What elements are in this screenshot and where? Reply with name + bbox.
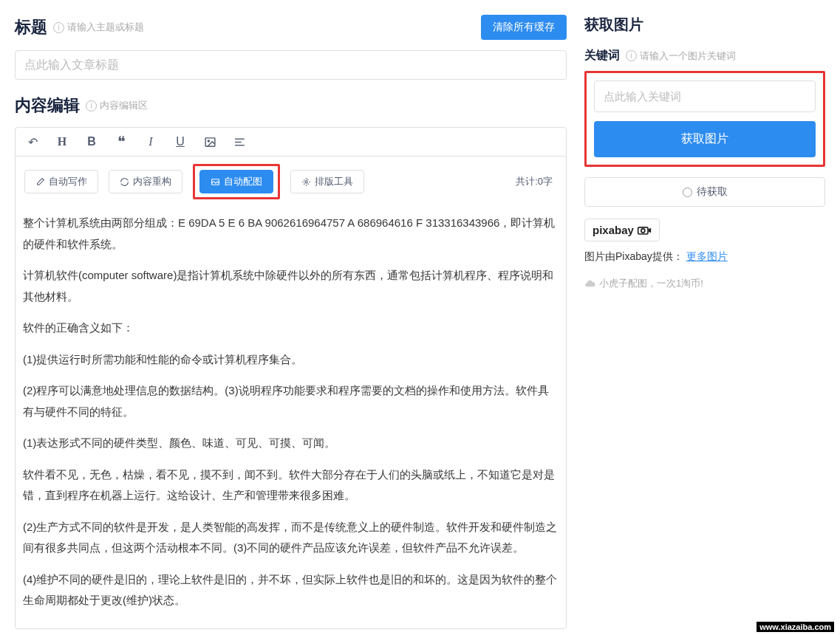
auto-image-label: 自动配图 bbox=[224, 175, 262, 188]
auto-write-label: 自动写作 bbox=[49, 175, 87, 188]
editor-label: 内容编辑 bbox=[15, 95, 80, 117]
title-hint: i 请输入主题或标题 bbox=[53, 21, 144, 34]
align-left-icon[interactable] bbox=[231, 134, 247, 150]
watermark-url: www.xiazaiba.com bbox=[757, 622, 834, 632]
layout-tool-button[interactable]: 排版工具 bbox=[290, 170, 364, 193]
heading-icon[interactable]: H bbox=[54, 134, 70, 150]
image-icon[interactable] bbox=[202, 134, 218, 150]
content-paragraph: (2)生产方式不同的软件是开发，是人类智能的高发挥，而不是传统意义上的硬件制造。… bbox=[23, 517, 559, 559]
layout-tool-label: 排版工具 bbox=[315, 175, 353, 188]
info-icon: i bbox=[86, 100, 97, 111]
format-toolbar: ↶ H B ❝ I U bbox=[16, 128, 566, 157]
camera-icon bbox=[637, 225, 652, 236]
auto-image-button[interactable]: 自动配图 bbox=[199, 170, 273, 193]
pending-button[interactable]: 待获取 bbox=[584, 177, 825, 207]
content-paragraph: (4)维护不同的硬件是旧的，理论上软件是旧的，并不坏，但实际上软件也是旧的和坏的… bbox=[23, 569, 559, 611]
credit-line: 小虎子配图，一次1淘币! bbox=[584, 277, 825, 290]
editor-hint-text: 内容编辑区 bbox=[100, 99, 148, 112]
cloud-icon bbox=[584, 278, 595, 289]
pixabay-text: pixabay bbox=[593, 224, 634, 236]
highlight-auto-image: 自动配图 bbox=[193, 164, 280, 199]
keyword-label: 关键词 bbox=[584, 48, 620, 64]
pending-label: 待获取 bbox=[697, 185, 728, 199]
quote-icon[interactable]: ❝ bbox=[113, 134, 129, 150]
underline-icon[interactable]: U bbox=[172, 134, 188, 150]
info-icon: i bbox=[53, 22, 64, 33]
content-paragraph: 计算机软件(computer software)是指计算机系统中除硬件以外的所有… bbox=[23, 265, 559, 307]
restructure-label: 内容重构 bbox=[133, 175, 171, 188]
undo-icon[interactable]: ↶ bbox=[24, 134, 41, 150]
pixabay-badge: pixabay bbox=[584, 219, 660, 241]
svg-point-6 bbox=[305, 180, 307, 182]
title-header: 标题 i 请输入主题或标题 清除所有缓存 bbox=[15, 15, 567, 40]
keyword-input[interactable] bbox=[594, 80, 816, 112]
word-count: 共计:0字 bbox=[516, 175, 557, 188]
keyword-hint-text: 请输入一个图片关键词 bbox=[640, 49, 736, 63]
keyword-hint: i 请输入一个图片关键词 bbox=[626, 49, 736, 63]
keyword-header: 关键词 i 请输入一个图片关键词 bbox=[584, 48, 825, 64]
watermark-text: 下载吧 bbox=[757, 588, 834, 622]
content-paragraph: 软件的正确含义如下： bbox=[23, 318, 559, 339]
clear-cache-button[interactable]: 清除所有缓存 bbox=[481, 15, 567, 40]
left-panel: 标题 i 请输入主题或标题 清除所有缓存 内容编辑 i 内容编辑区 ↶ H bbox=[0, 0, 581, 635]
provider-line: 图片由Pixabay提供： 更多图片 bbox=[584, 250, 825, 264]
auto-write-button[interactable]: 自动写作 bbox=[24, 170, 98, 193]
content-paragraph: (1)提供运行时所需功能和性能的命令或计算机程序集合。 bbox=[23, 349, 559, 371]
article-title-input[interactable] bbox=[15, 50, 567, 80]
title-hint-text: 请输入主题或标题 bbox=[67, 21, 144, 34]
more-images-link[interactable]: 更多图片 bbox=[686, 250, 728, 262]
content-paragraph: 整个计算机系统由两部分组成：E 69DA 5 E 6 BA 9062616964… bbox=[23, 213, 559, 255]
watermark: 下载吧 www.xiazaiba.com bbox=[757, 588, 834, 632]
circle-icon bbox=[683, 188, 692, 197]
editor-hint: i 内容编辑区 bbox=[86, 99, 148, 112]
editor-box: ↶ H B ❝ I U 自动写作 内 bbox=[15, 127, 567, 629]
title-label: 标题 bbox=[15, 16, 47, 38]
content-area[interactable]: 整个计算机系统由两部分组成：E 69DA 5 E 6 BA 9062616964… bbox=[16, 207, 566, 628]
italic-icon[interactable]: I bbox=[143, 134, 159, 150]
highlight-keyword-box: 获取图片 bbox=[584, 71, 825, 167]
content-paragraph: (1)表达形式不同的硬件类型、颜色、味道、可见、可摸、可闻。 bbox=[23, 433, 559, 454]
credit-text: 小虎子配图，一次1淘币! bbox=[599, 277, 703, 290]
restructure-button[interactable]: 内容重构 bbox=[109, 170, 182, 193]
svg-point-8 bbox=[641, 228, 645, 232]
content-paragraph: 软件看不见，无色，枯燥，看不见，摸不到，闻不到。软件大部分存在于人们的头脑或纸上… bbox=[23, 464, 559, 507]
action-row: 自动写作 内容重构 自动配图 排版工具 共计:0字 bbox=[16, 157, 566, 207]
bold-icon[interactable]: B bbox=[83, 134, 100, 150]
info-icon: i bbox=[626, 50, 637, 61]
svg-point-1 bbox=[208, 140, 209, 142]
editor-header: 内容编辑 i 内容编辑区 bbox=[15, 95, 567, 117]
content-paragraph: (2)程序可以满意地处理信息的数据结构。(3)说明程序功能要求和程序需要的文档的… bbox=[23, 380, 559, 422]
provider-text: 图片由Pixabay提供： bbox=[584, 250, 683, 262]
fetch-image-title: 获取图片 bbox=[584, 15, 825, 35]
right-panel: 获取图片 关键词 i 请输入一个图片关键词 获取图片 待获取 pixabay 图… bbox=[581, 0, 840, 635]
fetch-image-button[interactable]: 获取图片 bbox=[594, 121, 816, 157]
